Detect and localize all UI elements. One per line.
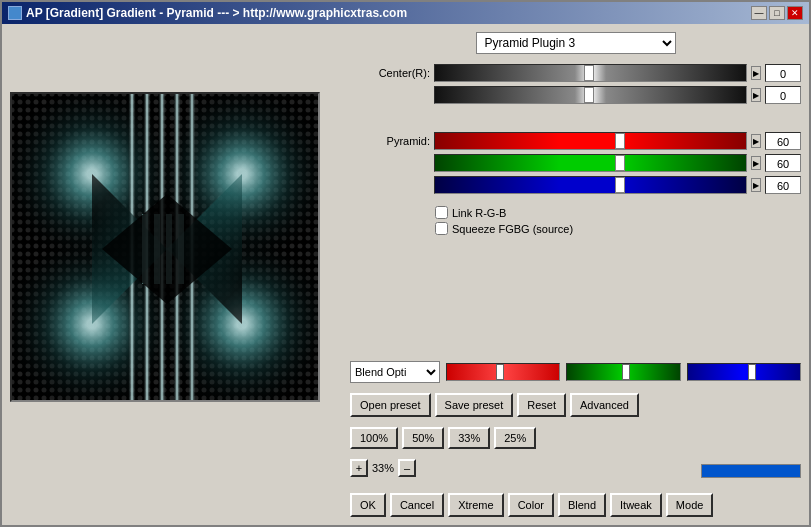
pyramid-g-arrow[interactable]: ▶ bbox=[751, 156, 761, 170]
pyramid-b-slider-container bbox=[434, 176, 747, 194]
center-r-value: 0 bbox=[765, 64, 801, 82]
zoom-progress-row: + 33% – bbox=[350, 459, 801, 483]
pyramid-g-slider-container bbox=[434, 154, 747, 172]
plugin-select[interactable]: Pyramid Plugin 3 bbox=[476, 32, 676, 54]
blend-button[interactable]: Blend bbox=[558, 493, 606, 517]
content-area: Pyramid Plugin 3 Center(R): ▶ 0 bbox=[2, 24, 809, 525]
open-preset-button[interactable]: Open preset bbox=[350, 393, 431, 417]
app-icon bbox=[8, 6, 22, 20]
blend-green-thumb[interactable] bbox=[622, 364, 630, 380]
close-button[interactable]: ✕ bbox=[787, 6, 803, 20]
main-window: AP [Gradient] Gradient - Pyramid --- > h… bbox=[0, 0, 811, 527]
blend-red-slider[interactable] bbox=[446, 363, 560, 381]
checkbox-section: Link R-G-B Squeeze FGBG (source) bbox=[435, 206, 801, 235]
preset-btn-row: Open preset Save preset Reset Advanced bbox=[350, 393, 801, 417]
center-r-row: Center(R): ▶ 0 bbox=[350, 64, 801, 82]
preview-canvas bbox=[10, 92, 320, 402]
title-bar: AP [Gradient] Gradient - Pyramid --- > h… bbox=[2, 2, 809, 24]
center-g-slider-container bbox=[434, 86, 747, 104]
zoom-plus-button[interactable]: + bbox=[350, 459, 368, 477]
center-r-thumb[interactable] bbox=[584, 65, 594, 81]
pyramid-g-track bbox=[435, 155, 746, 171]
center-g-value: 0 bbox=[765, 86, 801, 104]
pyramid-g-thumb[interactable] bbox=[615, 155, 625, 171]
pyramid-r-track bbox=[435, 133, 746, 149]
pct-100-button[interactable]: 100% bbox=[350, 427, 398, 449]
pyramid-g-value: 60 bbox=[765, 154, 801, 172]
title-controls: — □ ✕ bbox=[751, 6, 803, 20]
spacer1 bbox=[350, 116, 801, 126]
pyramid-b-thumb[interactable] bbox=[615, 177, 625, 193]
blend-red-thumb[interactable] bbox=[496, 364, 504, 380]
link-rgb-row: Link R-G-B bbox=[435, 206, 801, 219]
pyramid-b-value: 60 bbox=[765, 176, 801, 194]
action-btn-row: OK Cancel Xtreme Color Blend Itweak Mode bbox=[350, 493, 801, 517]
link-rgb-checkbox[interactable] bbox=[435, 206, 448, 219]
plugin-dropdown-row: Pyramid Plugin 3 bbox=[350, 32, 801, 54]
pyramid-r-slider-container bbox=[434, 132, 747, 150]
center-g-row: ▶ 0 bbox=[350, 86, 801, 104]
zoom-row: + 33% – bbox=[350, 459, 416, 477]
center-r-label: Center(R): bbox=[350, 67, 430, 79]
blend-select[interactable]: Blend Opti bbox=[350, 361, 440, 383]
save-preset-button[interactable]: Save preset bbox=[435, 393, 514, 417]
center-r-slider-container bbox=[434, 64, 747, 82]
pyramid-b-arrow[interactable]: ▶ bbox=[751, 178, 761, 192]
pct-50-button[interactable]: 50% bbox=[402, 427, 444, 449]
pyramid-r-arrow[interactable]: ▶ bbox=[751, 134, 761, 148]
squeeze-row: Squeeze FGBG (source) bbox=[435, 222, 801, 235]
itweak-button[interactable]: Itweak bbox=[610, 493, 662, 517]
pyramid-b-track bbox=[435, 177, 746, 193]
center-param-section: Center(R): ▶ 0 ▶ 0 bbox=[350, 64, 801, 104]
cancel-button[interactable]: Cancel bbox=[390, 493, 444, 517]
preview-canvas-element bbox=[12, 94, 320, 402]
blend-blue-slider[interactable] bbox=[687, 363, 801, 381]
pyramid-r-row: Pyramid: ▶ 60 bbox=[350, 132, 801, 150]
zoom-value: 33% bbox=[372, 462, 394, 474]
pct-btn-row: 100% 50% 33% 25% bbox=[350, 427, 801, 449]
minimize-button[interactable]: — bbox=[751, 6, 767, 20]
pct-33-button[interactable]: 33% bbox=[448, 427, 490, 449]
ok-button[interactable]: OK bbox=[350, 493, 386, 517]
link-rgb-label: Link R-G-B bbox=[452, 207, 506, 219]
progress-bar bbox=[701, 464, 801, 478]
squeeze-label: Squeeze FGBG (source) bbox=[452, 223, 573, 235]
pct-25-button[interactable]: 25% bbox=[494, 427, 536, 449]
pyramid-b-row: ▶ 60 bbox=[350, 176, 801, 194]
blend-row: Blend Opti bbox=[350, 361, 801, 383]
left-panel bbox=[10, 32, 340, 517]
window-title: AP [Gradient] Gradient - Pyramid --- > h… bbox=[26, 6, 407, 20]
blend-blue-thumb[interactable] bbox=[748, 364, 756, 380]
advanced-button[interactable]: Advanced bbox=[570, 393, 639, 417]
right-panel: Pyramid Plugin 3 Center(R): ▶ 0 bbox=[350, 32, 801, 517]
flex-spacer bbox=[350, 247, 801, 355]
maximize-button[interactable]: □ bbox=[769, 6, 785, 20]
pyramid-param-section: Pyramid: ▶ 60 ▶ 60 bbox=[350, 132, 801, 194]
squeeze-checkbox[interactable] bbox=[435, 222, 448, 235]
center-r-arrow[interactable]: ▶ bbox=[751, 66, 761, 80]
title-bar-left: AP [Gradient] Gradient - Pyramid --- > h… bbox=[8, 6, 407, 20]
blend-green-slider[interactable] bbox=[566, 363, 680, 381]
mode-button[interactable]: Mode bbox=[666, 493, 714, 517]
color-button[interactable]: Color bbox=[508, 493, 554, 517]
pyramid-r-thumb[interactable] bbox=[615, 133, 625, 149]
xtreme-button[interactable]: Xtreme bbox=[448, 493, 503, 517]
zoom-minus-button[interactable]: – bbox=[398, 459, 416, 477]
center-g-arrow[interactable]: ▶ bbox=[751, 88, 761, 102]
pyramid-g-row: ▶ 60 bbox=[350, 154, 801, 172]
center-g-thumb[interactable] bbox=[584, 87, 594, 103]
reset-button[interactable]: Reset bbox=[517, 393, 566, 417]
pyramid-r-value: 60 bbox=[765, 132, 801, 150]
pyramid-r-label: Pyramid: bbox=[350, 135, 430, 147]
